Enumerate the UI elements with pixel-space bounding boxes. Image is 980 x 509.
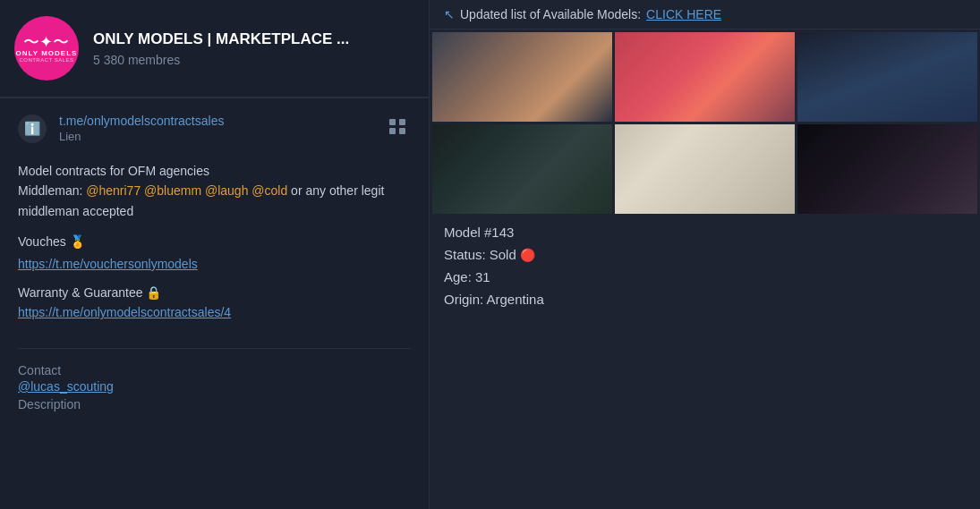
cursor-icon: ↖ [444,7,455,21]
desc-line1-text: Model contracts for OFM agencies [18,164,209,178]
apps-dot [389,119,396,125]
warranty-label: Warranty & Guarantee 🔒 [18,283,411,302]
photo-cell-4[interactable] [432,124,612,214]
channel-info: ONLY MODELS | MARKETPLACE ... 5 380 memb… [93,30,411,66]
photo-grid [430,30,980,214]
desc-middleman-links: @henri77 @bluemm @laugh @cold [86,183,287,198]
avatar: 〜✦〜 ONLY MODELS CONTRACT SALES [14,16,79,81]
channel-link[interactable]: t.me/onlymodelscontractsales [59,114,224,128]
apps-dot [399,119,405,125]
apps-dot [399,128,405,134]
contact-link[interactable]: @lucas_scouting [0,379,429,394]
vouches-row: Vouches 🏅 [18,232,411,251]
apps-grid-icon[interactable] [384,113,411,140]
info-section: ℹ️ t.me/onlymodelscontractsales Lien [0,98,429,157]
photo-cell-6[interactable] [797,124,977,214]
avatar-text-top: ONLY MODELS [16,50,78,58]
contact-label: Contact [0,360,429,379]
info-content: t.me/onlymodelscontractsales Lien [59,113,384,143]
right-panel: ↖ Updated list of Available Models: CLIC… [430,0,980,509]
vouches-link-row: https://t.me/vouchersonlymodels [18,254,411,274]
model-origin: Origin: Argentina [444,292,966,307]
vouches-link[interactable]: https://t.me/vouchersonlymodels [18,257,198,271]
model-status: Status: Sold 🔴 [444,247,966,262]
avatar-text-bottom: CONTRACT SALES [19,57,73,63]
warranty-link[interactable]: https://t.me/onlymodelscontractsales/4 [18,305,231,319]
photo-cell-3[interactable] [797,32,977,122]
model-number: Model #143 [444,225,966,240]
status-value: Sold [490,247,516,262]
updated-text: Updated list of Available Models: [460,7,641,21]
model-age: Age: 31 [444,269,966,284]
apps-dot [389,128,396,134]
description-section: Model contracts for OFM agencies Middlem… [0,157,429,337]
description-label: Description [0,395,429,413]
photo-cell-2[interactable] [615,32,795,122]
section-divider [18,348,411,349]
model-info: Model #143 Status: Sold 🔴 Age: 31 Origin… [430,214,980,314]
channel-name: ONLY MODELS | MARKETPLACE ... [93,30,411,49]
info-icon: ℹ️ [18,115,47,143]
desc-line2: Middleman: @henri77 @bluemm @laugh @cold… [18,181,411,221]
sold-badge-icon: 🔴 [520,248,535,262]
link-label: Lien [59,130,384,143]
desc-line1: Model contracts for OFM agencies [18,161,411,181]
left-panel: 〜✦〜 ONLY MODELS CONTRACT SALES ONLY MODE… [0,0,430,509]
photo-cell-5[interactable] [615,124,795,214]
channel-header: 〜✦〜 ONLY MODELS CONTRACT SALES ONLY MODE… [0,0,429,98]
status-prefix: Status: [444,247,486,262]
avatar-wings-icon: 〜✦〜 [23,34,69,50]
info-row: ℹ️ t.me/onlymodelscontractsales Lien [18,113,411,143]
click-here-link[interactable]: CLICK HERE [646,7,721,21]
vouches-label: Vouches 🏅 [18,232,85,251]
updated-bar: ↖ Updated list of Available Models: CLIC… [430,0,980,30]
photo-cell-1[interactable] [432,32,612,122]
desc-middleman-prefix: Middleman: [18,183,86,198]
channel-members: 5 380 membres [93,53,411,67]
